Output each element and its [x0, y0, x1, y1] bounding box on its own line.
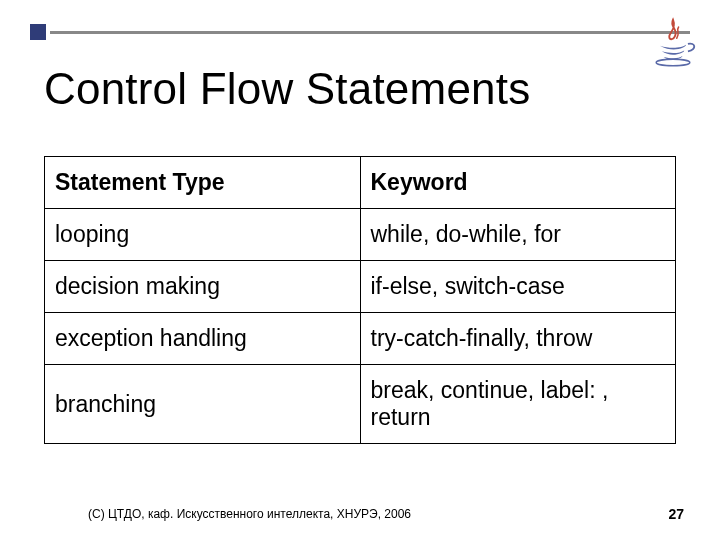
- java-logo-icon: [644, 14, 702, 70]
- table-row: branching break, continue, label: , retu…: [45, 365, 676, 444]
- table-row: looping while, do-while, for: [45, 209, 676, 261]
- accent-line: [50, 31, 690, 34]
- cell-keyword: if-else, switch-case: [360, 261, 676, 313]
- footer-copyright: (С) ЦТДО, каф. Искусственного интеллекта…: [88, 507, 411, 521]
- svg-point-0: [656, 59, 690, 66]
- slide-title: Control Flow Statements: [44, 64, 530, 114]
- table-row: decision making if-else, switch-case: [45, 261, 676, 313]
- table-row: exception handling try-catch-finally, th…: [45, 313, 676, 365]
- table-header-row: Statement Type Keyword: [45, 157, 676, 209]
- page-number: 27: [668, 506, 684, 522]
- cell-keyword: try-catch-finally, throw: [360, 313, 676, 365]
- header-keyword: Keyword: [360, 157, 676, 209]
- accent-square: [30, 24, 46, 40]
- cell-keyword: while, do-while, for: [360, 209, 676, 261]
- cell-type: looping: [45, 209, 361, 261]
- statements-table: Statement Type Keyword looping while, do…: [44, 156, 676, 444]
- footer: (С) ЦТДО, каф. Искусственного интеллекта…: [0, 506, 720, 522]
- slide: Control Flow Statements Statement Type K…: [0, 0, 720, 540]
- cell-type: exception handling: [45, 313, 361, 365]
- cell-type: branching: [45, 365, 361, 444]
- cell-keyword: break, continue, label: , return: [360, 365, 676, 444]
- accent-bar: [30, 29, 690, 35]
- cell-type: decision making: [45, 261, 361, 313]
- header-statement-type: Statement Type: [45, 157, 361, 209]
